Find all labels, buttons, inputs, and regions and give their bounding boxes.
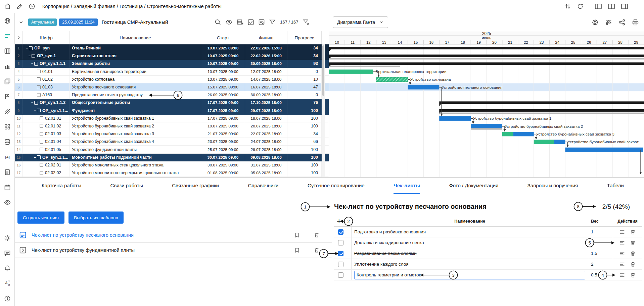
wbs-row[interactable]: 2−OP_syn.1Строительство отеля10.07.2025 …	[15, 52, 329, 60]
collapse-toggle[interactable]: −	[28, 54, 31, 58]
vertical-scrollbar[interactable]	[322, 44, 325, 177]
column-header-progress[interactable]: Прогресс	[287, 31, 322, 44]
collapse-toggle[interactable]: −	[25, 46, 29, 50]
checklist-list-item[interactable]: Чек-лист по устройству фундаментной плит…	[15, 242, 332, 258]
wbs-row[interactable]: 3−OP_syn.1.1.1Земляные работы10.07.2025 …	[15, 60, 329, 68]
row-checkbox[interactable]	[37, 93, 41, 97]
sidebar-item-translate-icon[interactable]: AЯ	[1, 276, 14, 291]
sidebar-item-bell-icon[interactable]	[1, 261, 14, 276]
sidebar-item-flag-icon[interactable]	[1, 89, 14, 104]
collapse-toggle[interactable]: −	[31, 62, 34, 66]
wbs-row[interactable]: 9−OP_syn.1.1...Фундамент17.07.2025 09:00…	[15, 107, 329, 115]
wbs-row[interactable]: 401.01Вертикальная планировка территории…	[15, 68, 329, 76]
trash-icon[interactable]	[630, 251, 636, 257]
details-icon[interactable]	[619, 229, 625, 235]
refresh-icon[interactable]	[577, 3, 584, 10]
row-checkbox[interactable]	[40, 116, 43, 120]
layout-left-panel-icon[interactable]	[594, 3, 602, 10]
row-checkbox[interactable]	[34, 101, 38, 105]
sidebar-item-kanban-icon[interactable]	[1, 43, 14, 59]
scrollbar-thumb[interactable]	[322, 45, 324, 96]
row-checkbox[interactable]	[32, 54, 35, 58]
row-checkbox[interactable]	[29, 46, 33, 50]
tab[interactable]: Связи работы	[110, 178, 143, 194]
collapse-panel-chevron-icon[interactable]	[15, 31, 23, 44]
wbs-row[interactable]: 1202.01.03Устройство буронабивных свай з…	[15, 130, 329, 138]
details-icon[interactable]	[619, 240, 625, 246]
sidebar-item-calendar-icon[interactable]	[1, 180, 14, 195]
sidebar-item-apps-icon[interactable]	[1, 119, 14, 134]
checklist-item-checkbox[interactable]	[338, 251, 343, 256]
bookmark-icon[interactable]	[294, 232, 300, 238]
sidebar-item-annotation-icon[interactable]: [A]	[1, 149, 14, 164]
row-checkbox[interactable]	[40, 132, 43, 136]
choose-template-button[interactable]: Выбрать из шаблона	[68, 212, 124, 224]
row-checkbox[interactable]	[34, 62, 38, 66]
sidebar-item-hatch-icon[interactable]	[1, 104, 14, 119]
filter-clear-icon[interactable]	[303, 18, 310, 26]
checkbox-list-icon[interactable]	[258, 18, 265, 26]
row-checkbox[interactable]	[37, 155, 41, 159]
sidebar-item-comments-icon[interactable]	[1, 245, 14, 261]
trash-icon[interactable]	[630, 229, 636, 235]
row-checkbox[interactable]	[40, 148, 43, 151]
trash-icon[interactable]	[314, 232, 320, 238]
trash-icon[interactable]	[314, 247, 320, 253]
sidebar-item-document-icon[interactable]	[1, 164, 14, 180]
sidebar-item-schedule-icon[interactable]	[1, 28, 14, 43]
search-icon[interactable]	[214, 18, 222, 26]
checkbox-check-icon[interactable]	[247, 18, 255, 26]
home-icon[interactable]	[4, 3, 11, 10]
collapse-toggle[interactable]: −	[31, 101, 34, 105]
sidebar-item-theme-icon[interactable]	[1, 230, 14, 245]
bookmark-icon[interactable]	[294, 247, 300, 253]
settings-gear-icon[interactable]	[591, 18, 599, 26]
tune-sliders-icon[interactable]	[605, 18, 612, 26]
tab[interactable]: Связанные графики	[172, 178, 219, 194]
trash-icon[interactable]	[630, 240, 636, 246]
tab[interactable]: Карточка работы	[42, 178, 81, 194]
wbs-row[interactable]: 15−OP_syn.1.1...Монолитные работы подзем…	[15, 154, 329, 161]
row-checkbox[interactable]	[37, 70, 41, 73]
details-icon[interactable]	[619, 251, 625, 257]
wbs-row[interactable]: 1302.01.04Устройство буронабивных свай з…	[15, 138, 329, 146]
wbs-row[interactable]: 1402.01.05Устройство фундаментной плиты2…	[15, 146, 329, 153]
create-checklist-button[interactable]: Создать чек-лист	[17, 212, 64, 224]
gantt-chart[interactable]: 2025июль10111213141516171819202122232425…	[329, 31, 644, 177]
swap-vertical-icon[interactable]	[564, 3, 571, 10]
column-header-code[interactable]: Шифр	[23, 31, 70, 44]
tab[interactable]: Табели	[607, 178, 624, 194]
checklist-item-checkbox[interactable]	[338, 229, 343, 235]
wbs-row[interactable]: 1−OP_synОтель Речной10.07.2025 09:0022.0…	[15, 44, 329, 52]
wbs-row[interactable]: 1002.01.01Устройство буронабивных свай з…	[15, 115, 329, 122]
column-header-finish[interactable]: Финиш	[245, 31, 287, 44]
wbs-row[interactable]: 1702.02.02Устройство монолитного перекры…	[15, 169, 329, 177]
view-selector-dropdown[interactable]: Диаграмма Ганта	[333, 16, 388, 28]
checklist-item-checkbox[interactable]	[338, 272, 343, 278]
edit-pencil-icon[interactable]	[16, 3, 24, 10]
layout-right-panel-icon[interactable]	[620, 3, 629, 10]
collapse-toggle[interactable]: −	[33, 109, 37, 113]
sidebar-item-info-icon[interactable]	[1, 291, 14, 306]
wbs-row[interactable]: 1602.02.01Устройство монолитных стен цок…	[15, 161, 329, 169]
row-checkbox[interactable]	[40, 140, 43, 144]
tab[interactable]: Чек-листы	[394, 178, 420, 194]
row-checkbox[interactable]	[40, 171, 43, 175]
wbs-row[interactable]: 7A160Предоставление отчета руководству26…	[15, 91, 329, 99]
share-icon[interactable]	[618, 18, 626, 26]
row-checkbox[interactable]	[40, 124, 43, 128]
wbs-row[interactable]: 8−OP_syn.1.1.2Общестроительные работы17.…	[15, 99, 329, 107]
sidebar-item-eye-icon[interactable]	[1, 195, 14, 210]
checklist-list-item[interactable]: Чек-лист по устройству песчаного основан…	[15, 227, 332, 242]
tab[interactable]: Суточное планирование	[308, 178, 365, 194]
sidebar-item-chart-icon[interactable]	[1, 59, 14, 74]
details-icon[interactable]	[619, 261, 625, 267]
sidebar-item-database-icon[interactable]	[1, 134, 14, 149]
sidebar-item-layers-icon[interactable]	[1, 74, 14, 89]
history-clock-icon[interactable]	[28, 3, 36, 10]
checklist-item-checkbox[interactable]	[338, 262, 343, 267]
collapse-toggle[interactable]: −	[33, 155, 37, 159]
add-checklist-item-button[interactable]: +	[337, 218, 341, 225]
checklist-item-input[interactable]	[354, 271, 585, 279]
visibility-eye-icon[interactable]	[225, 18, 233, 26]
